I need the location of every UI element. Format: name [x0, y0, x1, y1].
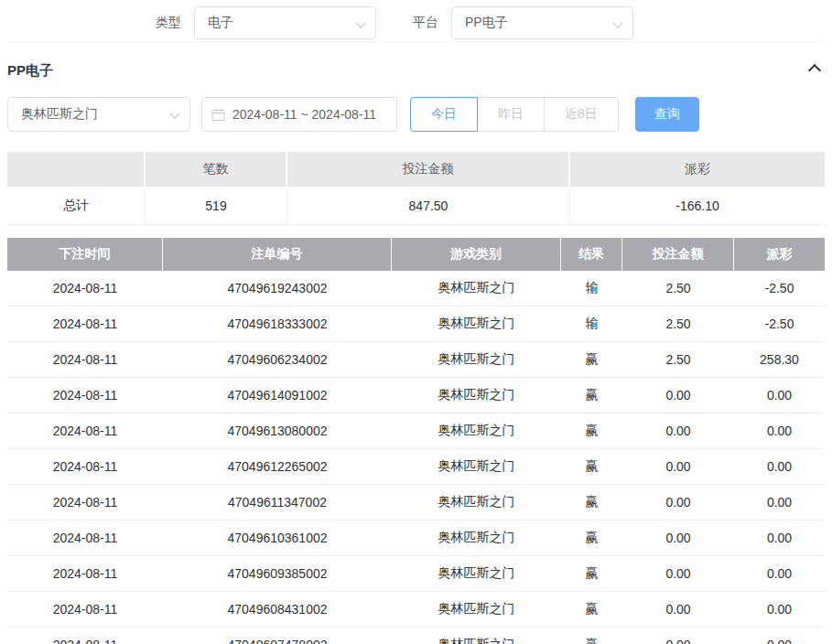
date-range-input[interactable]: 2024-08-11 ~ 2024-08-11 — [201, 97, 397, 132]
payout-cell: 0.00 — [734, 378, 825, 413]
type-select-value: 电子 — [208, 15, 233, 31]
bet-id-cell: 47049618333002 — [163, 306, 392, 341]
bet-amount-cell: 0.00 — [622, 449, 734, 484]
bet-amount-cell: 0.00 — [622, 413, 734, 448]
payout-cell: 0.00 — [734, 449, 825, 484]
result-cell: 赢 — [561, 592, 622, 627]
game-select[interactable]: 奥林匹斯之门 — [7, 97, 190, 132]
chevron-down-icon — [355, 17, 365, 27]
bet-id-cell: 47049606234002 — [163, 342, 392, 377]
platform-select[interactable]: PP电子 — [451, 6, 633, 39]
result-cell: 赢 — [561, 342, 622, 377]
type-select[interactable]: 电子 — [194, 6, 376, 39]
game-type-cell: 奥林匹斯之门 — [392, 378, 561, 413]
table-row: 2024-08-11 47049607478002 奥林匹斯之门 赢 0.00 … — [7, 628, 825, 644]
table-row: 2024-08-11 47049610361002 奥林匹斯之门 赢 0.00 … — [7, 521, 825, 556]
header-game-type: 游戏类别 — [392, 238, 561, 271]
payout-cell: 0.00 — [734, 556, 825, 591]
bet-amount-cell: 0.00 — [622, 628, 734, 644]
summary-payout: -166.10 — [570, 187, 825, 224]
bet-amount-cell: 0.00 — [622, 485, 734, 520]
payout-cell: 0.00 — [734, 413, 825, 448]
section-title: PP电子 — [7, 62, 53, 80]
filter-row: 奥林匹斯之门 2024-08-11 ~ 2024-08-11 今日 昨日 近8日… — [7, 97, 825, 132]
payout-cell: 0.00 — [734, 628, 825, 644]
result-cell: 赢 — [561, 556, 622, 591]
payout-cell: 0.00 — [734, 485, 825, 520]
date-range-value: 2024-08-11 ~ 2024-08-11 — [232, 107, 376, 122]
bet-id-cell: 47049607478002 — [163, 628, 392, 644]
game-type-cell: 奥林匹斯之门 — [392, 521, 561, 555]
bet-id-cell: 47049619243002 — [163, 271, 392, 306]
bet-time-cell: 2024-08-11 — [7, 556, 163, 591]
bet-amount-cell: 2.50 — [622, 342, 734, 377]
bet-table-header-row: 下注时间 注单编号 游戏类别 结果 投注金额 派彩 — [7, 238, 825, 271]
result-cell: 赢 — [561, 485, 622, 520]
summary-total-label: 总计 — [7, 187, 146, 224]
chevron-down-icon — [169, 108, 179, 118]
table-row: 2024-08-11 47049612265002 奥林匹斯之门 赢 0.00 … — [7, 449, 825, 485]
game-type-cell: 奥林匹斯之门 — [392, 592, 561, 627]
result-cell: 赢 — [561, 521, 622, 555]
table-row: 2024-08-11 47049608431002 奥林匹斯之门 赢 0.00 … — [7, 592, 825, 628]
table-row: 2024-08-11 47049609385002 奥林匹斯之门 赢 0.00 … — [7, 556, 825, 592]
game-type-cell: 奥林匹斯之门 — [392, 306, 561, 341]
table-row: 2024-08-11 47049611347002 奥林匹斯之门 赢 0.00 … — [7, 485, 825, 521]
result-cell: 输 — [561, 306, 622, 341]
type-label: 类型 — [156, 15, 181, 31]
bet-amount-cell: 0.00 — [622, 556, 734, 591]
last-8-days-button[interactable]: 近8日 — [544, 97, 619, 132]
header-bet-id: 注单编号 — [163, 238, 392, 271]
payout-cell: -2.50 — [734, 271, 825, 306]
result-cell: 赢 — [561, 378, 622, 413]
bet-time-cell: 2024-08-11 — [7, 271, 163, 306]
bet-id-cell: 47049614091002 — [163, 378, 392, 413]
summary-header-blank — [7, 152, 146, 187]
table-row: 2024-08-11 47049613080002 奥林匹斯之门 赢 0.00 … — [7, 413, 825, 449]
bet-time-cell: 2024-08-11 — [7, 521, 163, 555]
collapse-chevron-up-icon[interactable] — [808, 64, 821, 77]
payout-cell: 258.30 — [734, 342, 825, 377]
platform-select-value: PP电子 — [465, 15, 508, 31]
query-button[interactable]: 查询 — [635, 97, 699, 132]
quick-date-button-group: 今日 昨日 近8日 — [410, 97, 619, 132]
bet-time-cell: 2024-08-11 — [7, 378, 163, 413]
game-type-cell: 奥林匹斯之门 — [392, 556, 561, 591]
bet-amount-cell: 0.00 — [622, 592, 734, 627]
top-filter-bar: 类型 电子 平台 PP电子 — [7, 0, 825, 42]
platform-label: 平台 — [413, 15, 438, 31]
bet-id-cell: 47049609385002 — [163, 556, 392, 591]
bet-id-cell: 47049611347002 — [163, 485, 392, 520]
table-row: 2024-08-11 47049606234002 奥林匹斯之门 赢 2.50 … — [7, 342, 825, 378]
bet-time-cell: 2024-08-11 — [7, 342, 163, 377]
chevron-down-icon — [612, 17, 622, 27]
summary-header-count: 笔数 — [146, 152, 287, 187]
game-select-value: 奥林匹斯之门 — [21, 106, 98, 123]
header-payout: 派彩 — [734, 238, 825, 271]
game-type-cell: 奥林匹斯之门 — [392, 413, 561, 448]
bet-time-cell: 2024-08-11 — [7, 306, 163, 341]
result-cell: 赢 — [561, 628, 622, 644]
table-row: 2024-08-11 47049618333002 奥林匹斯之门 输 2.50 … — [7, 306, 825, 342]
bet-id-cell: 47049608431002 — [163, 592, 392, 627]
bet-amount-cell: 2.50 — [622, 306, 734, 341]
bet-amount-cell: 0.00 — [622, 378, 734, 413]
calendar-icon — [211, 108, 225, 122]
bet-id-cell: 47049613080002 — [163, 413, 392, 448]
today-button[interactable]: 今日 — [410, 97, 478, 132]
game-type-cell: 奥林匹斯之门 — [392, 271, 561, 306]
game-type-cell: 奥林匹斯之门 — [392, 342, 561, 377]
summary-table: 笔数 投注金额 派彩 总计 519 847.50 -166.10 — [7, 152, 825, 225]
header-bet-time: 下注时间 — [7, 238, 163, 271]
payout-cell: 0.00 — [734, 521, 825, 555]
bet-amount-cell: 2.50 — [622, 271, 734, 306]
bet-id-cell: 47049612265002 — [163, 449, 392, 484]
result-cell: 赢 — [561, 449, 622, 484]
yesterday-button[interactable]: 昨日 — [477, 97, 545, 132]
result-cell: 赢 — [561, 413, 622, 448]
result-cell: 输 — [561, 271, 622, 306]
bet-time-cell: 2024-08-11 — [7, 485, 163, 520]
bet-time-cell: 2024-08-11 — [7, 592, 163, 627]
summary-header-bet-amount: 投注金额 — [287, 152, 570, 187]
game-type-cell: 奥林匹斯之门 — [392, 449, 561, 484]
